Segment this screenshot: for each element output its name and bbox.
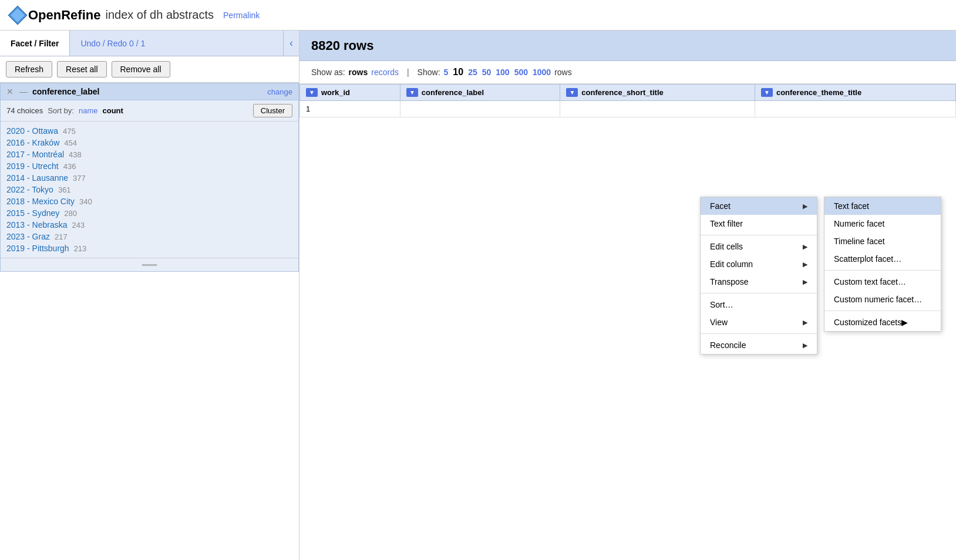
data-table-area: ▼ work_id ▼ conference_label bbox=[299, 84, 956, 560]
sort-by-name-link[interactable]: name bbox=[79, 106, 98, 115]
svg-marker-1 bbox=[11, 8, 25, 22]
facet-item-count-4: 377 bbox=[73, 174, 86, 183]
remove-all-button[interactable]: Remove all bbox=[112, 61, 170, 77]
show-25[interactable]: 25 bbox=[468, 68, 477, 77]
facet-filter-tabs: Facet / Filter Undo / Redo 0 / 1 ‹ bbox=[0, 31, 299, 56]
submenu-item-timeline-facet[interactable]: Timeline facet bbox=[824, 232, 941, 250]
show-label: Show: bbox=[418, 68, 440, 77]
menu-item-text-filter[interactable]: Text filter bbox=[701, 215, 817, 232]
facet-item-name-10[interactable]: 2019 - Pittsburgh bbox=[6, 244, 69, 253]
tab-undo-redo[interactable]: Undo / Redo 0 / 1 bbox=[70, 31, 283, 56]
show-5[interactable]: 5 bbox=[444, 68, 449, 77]
submenu-item-custom-numeric-facet[interactable]: Custom numeric facet… bbox=[824, 291, 941, 308]
facet-item-count-3: 436 bbox=[63, 162, 76, 171]
col-label-conference_theme_title: conference_theme_title bbox=[776, 88, 861, 97]
facet-item-name-3[interactable]: 2019 - Utrecht bbox=[6, 161, 59, 171]
col-dropdown-work_id[interactable]: ▼ bbox=[306, 88, 318, 97]
submenu-arrow-customized: ▶ bbox=[901, 318, 908, 327]
collapse-panel-button[interactable]: ‹ bbox=[283, 31, 299, 56]
rows-view-link[interactable]: rows bbox=[349, 68, 368, 77]
app-name: OpenRefine bbox=[28, 8, 100, 23]
cluster-button[interactable]: Cluster bbox=[253, 104, 292, 117]
facet-change-link[interactable]: change bbox=[267, 87, 292, 96]
facet-close-icon[interactable]: ✕ bbox=[6, 87, 14, 96]
facet-item-count-2: 438 bbox=[69, 150, 82, 159]
facet-scroll-handle[interactable]: ═══ bbox=[142, 261, 157, 269]
submenu-item-numeric-facet[interactable]: Numeric facet bbox=[824, 215, 941, 232]
col-dropdown-conference_short_title[interactable]: ▼ bbox=[566, 88, 578, 97]
rows-header: 8820 rows bbox=[299, 31, 956, 61]
menu-item-edit-cells[interactable]: Edit cells ▶ bbox=[701, 238, 817, 255]
data-table: ▼ work_id ▼ conference_label bbox=[299, 84, 956, 117]
facet-item-name-5[interactable]: 2022 - Tokyo bbox=[6, 185, 53, 194]
col-work_id: ▼ work_id bbox=[300, 85, 400, 101]
menu-item-reconcile[interactable]: Reconcile ▶ bbox=[701, 336, 817, 354]
choices-count: 74 choices bbox=[6, 106, 43, 115]
facet-item: 2020 - Ottawa475 bbox=[6, 125, 292, 137]
menu-item-facet[interactable]: Facet ▶ bbox=[701, 197, 817, 215]
facet-item: 2013 - Nebraska243 bbox=[6, 219, 292, 231]
right-panel: 8820 rows Show as: rows records | Show: … bbox=[299, 31, 956, 560]
submenu-sep-1 bbox=[824, 270, 941, 271]
facet-item-count-6: 340 bbox=[79, 197, 92, 206]
show-100[interactable]: 100 bbox=[496, 68, 509, 77]
conference-label-facet: ✕ — conference_label change 74 choices S… bbox=[0, 83, 299, 272]
facet-minimize-icon[interactable]: — bbox=[19, 87, 28, 96]
menu-sep-2 bbox=[701, 293, 817, 294]
sort-by-count-link[interactable]: count bbox=[102, 106, 123, 115]
show-1000[interactable]: 1000 bbox=[533, 68, 551, 77]
menu-item-view[interactable]: View ▶ bbox=[701, 313, 817, 331]
table-row: 1 bbox=[300, 101, 956, 117]
submenu-arrow-edit-column: ▶ bbox=[803, 261, 807, 268]
facet-title: conference_label bbox=[32, 87, 99, 96]
facet-panel: ✕ — conference_label change 74 choices S… bbox=[0, 83, 299, 560]
column-context-menu: Facet ▶ Text filter Edit cells ▶ Edit co… bbox=[700, 197, 817, 355]
menu-sep-3 bbox=[701, 333, 817, 334]
submenu-arrow-facet: ▶ bbox=[803, 203, 807, 210]
facet-item-name-9[interactable]: 2023 - Graz bbox=[6, 232, 50, 241]
facet-footer: ═══ bbox=[1, 258, 298, 271]
menu-sep-1 bbox=[701, 235, 817, 235]
refresh-button[interactable]: Refresh bbox=[6, 61, 52, 77]
facet-item-name-6[interactable]: 2018 - Mexico City bbox=[6, 197, 75, 206]
facet-item-name-0[interactable]: 2020 - Ottawa bbox=[6, 126, 58, 136]
menu-item-transpose[interactable]: Transpose ▶ bbox=[701, 273, 817, 291]
col-conference_theme_title: ▼ conference_theme_title bbox=[755, 85, 956, 101]
menu-item-sort[interactable]: Sort… bbox=[701, 296, 817, 313]
submenu-item-text-facet[interactable]: Text facet bbox=[824, 197, 941, 215]
col-label-conference_label: conference_label bbox=[422, 88, 484, 97]
show-50[interactable]: 50 bbox=[482, 68, 492, 77]
cell-work_id: 1 bbox=[300, 101, 400, 117]
facet-sort-bar: 74 choices Sort by: name count Cluster bbox=[1, 100, 298, 122]
reset-all-button[interactable]: Reset all bbox=[57, 61, 106, 77]
records-view-link[interactable]: records bbox=[371, 68, 399, 77]
show-500[interactable]: 500 bbox=[514, 68, 528, 77]
col-label-work_id: work_id bbox=[321, 88, 350, 97]
menu-item-edit-column[interactable]: Edit column ▶ bbox=[701, 255, 817, 273]
col-label-conference_short_title: conference_short_title bbox=[581, 88, 663, 97]
show-bar: Show as: rows records | Show: 5102550100… bbox=[299, 61, 956, 84]
facet-item-name-4[interactable]: 2014 - Lausanne bbox=[6, 173, 68, 183]
permalink-link[interactable]: Permalink bbox=[223, 11, 260, 20]
submenu-item-custom-text-facet[interactable]: Custom text facet… bbox=[824, 273, 941, 291]
facet-submenu: Text facet Numeric facet Timeline facet … bbox=[824, 197, 941, 332]
facet-item-name-2[interactable]: 2017 - Montréal bbox=[6, 150, 64, 159]
facet-item-name-1[interactable]: 2016 - Kraków bbox=[6, 138, 59, 147]
facet-item-count-1: 454 bbox=[64, 139, 77, 147]
facet-item: 2019 - Utrecht436 bbox=[6, 160, 292, 172]
show-10[interactable]: 10 bbox=[453, 67, 463, 77]
table-header-row: ▼ work_id ▼ conference_label bbox=[300, 85, 956, 101]
col-dropdown-conference_label[interactable]: ▼ bbox=[406, 88, 418, 97]
col-conference_label: ▼ conference_label bbox=[400, 85, 560, 101]
separator: | bbox=[407, 68, 409, 77]
facet-toolbar: Refresh Reset all Remove all bbox=[0, 56, 299, 83]
submenu-item-scatterplot-facet[interactable]: Scatterplot facet… bbox=[824, 250, 941, 268]
facet-item-name-7[interactable]: 2015 - Sydney bbox=[6, 208, 59, 218]
col-dropdown-conference_theme_title[interactable]: ▼ bbox=[761, 88, 773, 97]
submenu-sep-2 bbox=[824, 311, 941, 311]
facet-item-name-8[interactable]: 2013 - Nebraska bbox=[6, 220, 68, 230]
submenu-arrow-transpose: ▶ bbox=[803, 278, 807, 286]
submenu-item-customized-facets[interactable]: Customized facets ▶ bbox=[824, 313, 941, 331]
facet-item: 2023 - Graz217 bbox=[6, 231, 292, 242]
tab-facet-filter[interactable]: Facet / Filter bbox=[0, 31, 70, 56]
